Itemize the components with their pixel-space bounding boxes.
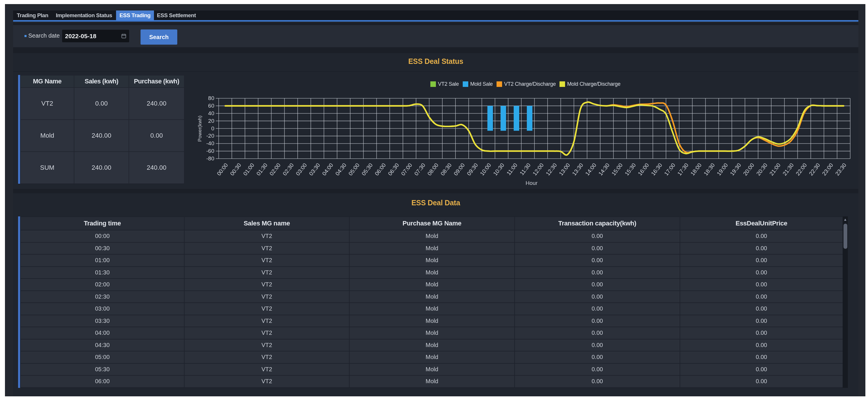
svg-text:08:30: 08:30	[439, 162, 453, 177]
svg-text:11:00: 11:00	[505, 162, 519, 177]
svg-text:02:00: 02:00	[268, 162, 282, 177]
svg-text:22:30: 22:30	[808, 162, 822, 177]
svg-text:20:00: 20:00	[742, 162, 755, 177]
svg-text:20: 20	[208, 118, 214, 124]
svg-text:0: 0	[211, 125, 214, 131]
svg-text:02:30: 02:30	[282, 162, 295, 177]
svg-text:19:00: 19:00	[716, 162, 729, 177]
svg-text:21:00: 21:00	[768, 162, 782, 177]
svg-text:01:30: 01:30	[255, 162, 269, 177]
svg-text:12:00: 12:00	[531, 162, 545, 177]
svg-text:17:30: 17:30	[676, 162, 689, 177]
svg-text:05:00: 05:00	[347, 162, 361, 177]
svg-text:-80: -80	[207, 155, 214, 161]
svg-text:10:30: 10:30	[492, 162, 505, 177]
svg-text:23:30: 23:30	[834, 162, 847, 177]
svg-text:15:30: 15:30	[624, 162, 637, 177]
svg-text:09:00: 09:00	[453, 162, 466, 177]
svg-text:10:00: 10:00	[479, 162, 492, 177]
svg-text:00:30: 00:30	[229, 162, 242, 177]
svg-text:16:30: 16:30	[650, 162, 663, 177]
svg-text:60: 60	[208, 103, 214, 109]
svg-text:19:30: 19:30	[729, 162, 742, 177]
svg-text:13:00: 13:00	[558, 162, 571, 177]
svg-text:03:00: 03:00	[295, 162, 308, 177]
svg-text:15:00: 15:00	[611, 162, 624, 177]
svg-text:Power(kwh): Power(kwh)	[197, 116, 203, 142]
svg-text:16:00: 16:00	[637, 162, 650, 177]
svg-text:-20: -20	[207, 133, 214, 139]
svg-text:01:00: 01:00	[242, 162, 255, 177]
svg-text:06:30: 06:30	[387, 162, 400, 177]
svg-text:23:00: 23:00	[821, 162, 834, 177]
svg-text:80: 80	[208, 95, 214, 101]
svg-text:04:30: 04:30	[334, 162, 347, 177]
svg-text:07:00: 07:00	[400, 162, 413, 177]
svg-text:13:30: 13:30	[571, 162, 584, 177]
svg-text:09:30: 09:30	[466, 162, 479, 177]
svg-text:08:00: 08:00	[426, 162, 440, 177]
svg-text:20:30: 20:30	[755, 162, 769, 177]
svg-text:07:30: 07:30	[413, 162, 427, 177]
svg-text:-60: -60	[207, 148, 214, 154]
svg-text:18:00: 18:00	[689, 162, 703, 177]
svg-text:03:30: 03:30	[308, 162, 321, 177]
svg-text:04:00: 04:00	[321, 162, 334, 177]
svg-text:14:30: 14:30	[597, 162, 611, 177]
svg-text:22:00: 22:00	[795, 162, 808, 177]
svg-text:18:30: 18:30	[703, 162, 716, 177]
svg-text:00:00: 00:00	[216, 162, 229, 177]
svg-text:12:30: 12:30	[545, 162, 558, 177]
svg-text:14:00: 14:00	[584, 162, 597, 177]
svg-text:Hour: Hour	[525, 180, 538, 186]
svg-text:06:00: 06:00	[373, 162, 387, 177]
svg-text:11:30: 11:30	[519, 162, 532, 177]
svg-text:17:00: 17:00	[663, 162, 676, 177]
svg-text:05:30: 05:30	[361, 162, 374, 177]
svg-text:-40: -40	[207, 140, 214, 146]
svg-text:21:30: 21:30	[781, 162, 795, 177]
svg-text:40: 40	[208, 110, 214, 116]
